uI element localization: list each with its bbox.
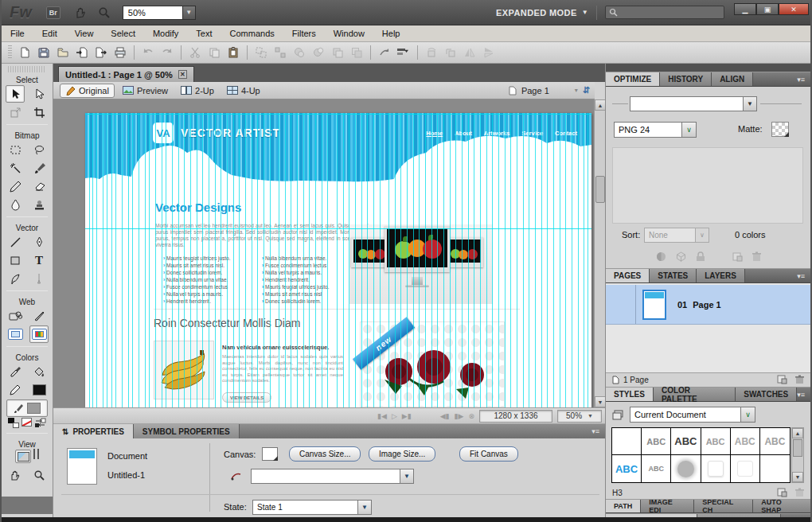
full-screen-menus-button[interactable] — [33, 450, 35, 463]
view-preview-button[interactable]: Preview — [118, 84, 173, 97]
pencil-tool[interactable] — [6, 177, 25, 195]
menu-file[interactable]: File — [2, 29, 33, 38]
rebuild-palette-icon[interactable] — [656, 251, 666, 265]
fill-color-control[interactable] — [6, 399, 48, 417]
menu-help[interactable]: Help — [373, 29, 409, 38]
slice-tool[interactable] — [29, 307, 49, 325]
close-document-icon[interactable]: ✕ — [178, 70, 187, 79]
delete-page-icon[interactable] — [795, 375, 804, 386]
undo-icon[interactable] — [139, 44, 158, 61]
document-tab[interactable]: Untitled-1 : Page 1 @ 50% ✕ — [58, 66, 194, 82]
flip-horizontal-icon[interactable] — [460, 44, 479, 61]
hotspot-tool[interactable] — [6, 307, 25, 325]
canvas-color-swatch[interactable] — [262, 447, 278, 461]
magic-wand-tool[interactable] — [6, 159, 25, 177]
lock-color-icon[interactable] — [696, 251, 705, 265]
new-style-icon[interactable] — [777, 488, 787, 499]
panel-menu-icon[interactable]: ▾≡ — [797, 388, 810, 401]
styles-scrollbar[interactable]: ▲ ▼ — [791, 427, 804, 483]
search-input[interactable] — [605, 6, 724, 19]
canvas-area[interactable]: VA VECTOR ARTIST Home About Artworks Ser… — [53, 99, 594, 407]
scroll-thumb[interactable] — [595, 176, 605, 203]
style-swatch[interactable] — [701, 455, 731, 482]
rotate-icon[interactable] — [422, 44, 441, 61]
group-icon[interactable] — [252, 44, 271, 61]
stroke-color-swatch[interactable] — [29, 381, 49, 399]
saved-settings-dropdown[interactable]: ▼ — [630, 96, 757, 111]
crop-tool[interactable] — [29, 103, 49, 121]
minimize-button[interactable]: ▁ — [734, 3, 756, 15]
menu-filters[interactable]: Filters — [283, 29, 325, 38]
crop-paths-icon[interactable] — [328, 44, 347, 61]
tab-path[interactable]: PATH — [606, 500, 641, 512]
tab-history[interactable]: HISTORY — [660, 72, 712, 86]
eraser-tool[interactable] — [29, 177, 49, 195]
zoom-level-control[interactable]: 50%▼ — [557, 410, 602, 423]
tab-pages[interactable]: PAGES — [606, 269, 650, 282]
style-swatch[interactable] — [612, 428, 642, 455]
print-icon[interactable] — [111, 44, 130, 61]
tab-color-palette[interactable]: COLOR PALETTE — [654, 388, 736, 401]
menu-commands[interactable]: Commands — [221, 29, 283, 38]
import-icon[interactable] — [72, 44, 92, 61]
freeform-tool[interactable] — [6, 270, 25, 287]
intersect-icon[interactable] — [347, 44, 366, 61]
tab-symbol-properties[interactable]: SYMBOL PROPERTIES — [134, 424, 240, 438]
subselection-tool[interactable] — [29, 85, 49, 103]
menu-view[interactable]: View — [66, 29, 103, 38]
tab-swatches[interactable]: SWATCHES — [736, 388, 797, 401]
menu-window[interactable]: Window — [325, 29, 373, 38]
close-button[interactable]: ✕ — [779, 3, 809, 15]
export-format-dropdown[interactable]: PNG 24∨ — [614, 122, 697, 138]
new-page-icon[interactable] — [777, 375, 787, 386]
stop-icon[interactable]: ⊗ — [468, 412, 474, 420]
copy-icon[interactable] — [205, 44, 224, 61]
style-swatch[interactable] — [760, 455, 790, 482]
knife-tool[interactable] — [29, 270, 49, 287]
delete-color-icon[interactable] — [752, 251, 761, 265]
menu-edit[interactable]: Edit — [33, 29, 66, 38]
paint-bucket-tool[interactable] — [29, 363, 49, 380]
align-icon[interactable] — [394, 44, 413, 61]
tab-align[interactable]: ALIGN — [712, 72, 753, 86]
export-icon[interactable] — [92, 44, 111, 61]
filters-dropdown[interactable]: ▼ — [251, 469, 414, 484]
blur-tool[interactable] — [6, 196, 25, 213]
flip-vertical-icon[interactable] — [479, 44, 498, 61]
page-selector[interactable]: Page 1 ▾ ⇵ — [509, 85, 595, 95]
full-screen-button[interactable] — [37, 450, 39, 463]
style-swatch[interactable] — [671, 455, 701, 482]
tab-properties[interactable]: ⇅PROPERTIES — [53, 424, 134, 438]
panel-menu-icon[interactable]: ▾≡ — [797, 269, 810, 282]
canvas-vertical-scrollbar[interactable]: ▲ ▼ — [594, 99, 605, 407]
paste-icon[interactable] — [224, 44, 243, 61]
zoom-tool-icon[interactable] — [96, 5, 113, 21]
view-2up-button[interactable]: 2-Up — [176, 84, 219, 97]
style-swatch[interactable]: ABC — [760, 428, 790, 455]
fit-canvas-button[interactable]: Fit Canvas — [459, 446, 518, 462]
style-source-dropdown[interactable]: Current Document∨ — [630, 407, 755, 423]
menu-select[interactable]: Select — [102, 29, 144, 38]
style-swatch[interactable]: ABC — [642, 428, 671, 455]
swap-colors-icon[interactable] — [34, 418, 46, 430]
new-document-icon[interactable] — [15, 44, 34, 61]
rectangle-tool[interactable] — [6, 251, 25, 269]
free-transform-icon[interactable] — [375, 44, 394, 61]
delete-style-icon[interactable] — [795, 488, 804, 499]
scroll-up-icon[interactable]: ▲ — [595, 99, 606, 111]
add-color-icon[interactable] — [732, 251, 743, 265]
pointer-tool[interactable] — [6, 85, 25, 103]
bridge-button[interactable]: Br — [46, 6, 61, 19]
previous-state-icon[interactable]: ◀▮ — [440, 412, 450, 420]
tab-auto-shapes[interactable]: AUTO SHAP — [753, 500, 810, 512]
tab-optimize[interactable]: OPTIMIZE — [606, 72, 660, 86]
image-size-button[interactable]: Image Size... — [369, 446, 435, 462]
play-icon[interactable]: ▷ — [392, 412, 397, 420]
lasso-tool[interactable] — [29, 141, 49, 158]
style-swatch[interactable]: ABC — [612, 455, 642, 482]
transparency-icon[interactable] — [676, 251, 686, 265]
matte-color-swatch[interactable] — [771, 122, 789, 137]
tab-special-characters[interactable]: SPECIAL CH — [694, 500, 753, 512]
ungroup-icon[interactable] — [271, 44, 290, 61]
hand-icon[interactable] — [72, 5, 89, 21]
